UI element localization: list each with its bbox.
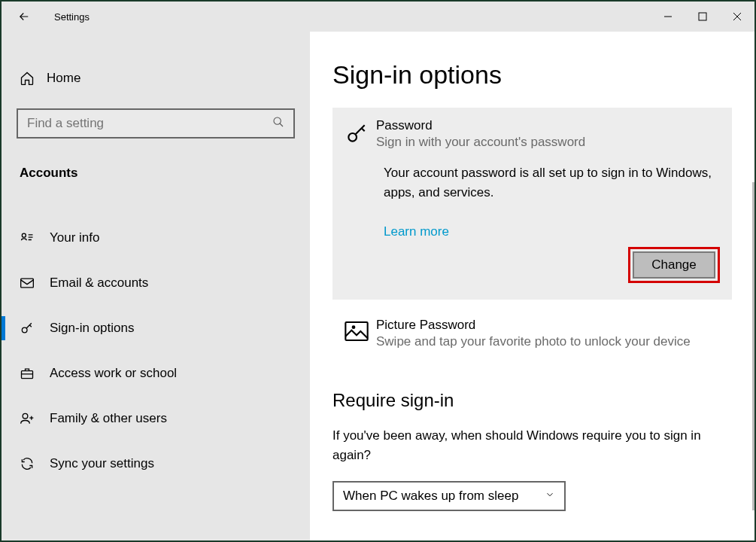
scrollbar[interactable] [752, 182, 754, 510]
mail-icon [20, 276, 50, 291]
highlight-annotation: Change [628, 247, 720, 283]
home-button[interactable]: Home [17, 62, 295, 95]
change-button[interactable]: Change [633, 251, 715, 279]
picture-password-subtitle: Swipe and tap your favorite photo to unl… [376, 334, 720, 349]
sidebar-item-label: Access work or school [50, 366, 177, 381]
svg-point-6 [23, 413, 28, 419]
sidebar-item-label: Sync your settings [50, 456, 154, 471]
briefcase-icon [20, 366, 50, 381]
main-content: Sign-in options Password Sign in with yo… [310, 32, 754, 540]
person-card-icon [20, 230, 50, 245]
password-card: Password Sign in with your account's pas… [332, 108, 732, 300]
window-title: Settings [54, 11, 651, 23]
key-icon [20, 321, 50, 336]
password-info: Your account password is all set up to s… [384, 163, 720, 202]
minimize-button[interactable] [651, 2, 685, 32]
sidebar-item-label: Family & other users [50, 411, 167, 426]
svg-point-9 [353, 326, 355, 328]
password-title: Password [376, 118, 720, 133]
picture-icon [345, 318, 376, 349]
svg-point-2 [22, 233, 26, 237]
sidebar-item-email-accounts[interactable]: Email & accounts [17, 260, 295, 306]
select-value: When PC wakes up from sleep [343, 489, 518, 504]
back-button[interactable] [2, 2, 47, 32]
require-signin-text: If you've been away, when should Windows… [332, 426, 732, 464]
picture-password-title: Picture Password [376, 318, 720, 333]
search-input-container[interactable] [17, 108, 295, 139]
sidebar-item-label: Email & accounts [50, 276, 148, 291]
sidebar-item-family-other-users[interactable]: Family & other users [17, 396, 295, 441]
maximize-button[interactable] [685, 2, 720, 32]
close-button[interactable] [720, 2, 754, 32]
svg-rect-5 [22, 371, 33, 379]
password-subtitle: Sign in with your account's password [376, 135, 720, 150]
learn-more-link[interactable]: Learn more [384, 224, 720, 239]
picture-password-card[interactable]: Picture Password Swipe and tap your favo… [332, 313, 732, 354]
require-signin-title: Require sign-in [332, 390, 732, 411]
search-input[interactable] [27, 116, 272, 131]
key-icon [345, 118, 376, 150]
svg-rect-3 [21, 279, 34, 288]
sidebar-item-sign-in-options[interactable]: Sign-in options [17, 306, 295, 351]
people-add-icon [20, 411, 50, 426]
category-label: Accounts [17, 166, 295, 181]
search-icon [272, 116, 284, 131]
svg-point-7 [348, 133, 357, 142]
sidebar-item-sync-settings[interactable]: Sync your settings [17, 441, 295, 486]
chevron-down-icon [545, 489, 555, 503]
sidebar-item-label: Sign-in options [50, 321, 134, 336]
sidebar-item-label: Your info [50, 230, 99, 245]
sync-icon [20, 456, 50, 471]
svg-rect-8 [345, 322, 367, 340]
home-label: Home [47, 71, 80, 86]
require-signin-select[interactable]: When PC wakes up from sleep [332, 481, 566, 511]
sidebar-item-access-work-school[interactable]: Access work or school [17, 351, 295, 396]
svg-rect-0 [699, 13, 706, 20]
home-icon [20, 71, 47, 86]
page-title: Sign-in options [332, 60, 732, 90]
sidebar-item-your-info[interactable]: Your info [17, 215, 295, 260]
svg-point-1 [274, 117, 281, 124]
svg-point-4 [22, 327, 27, 333]
